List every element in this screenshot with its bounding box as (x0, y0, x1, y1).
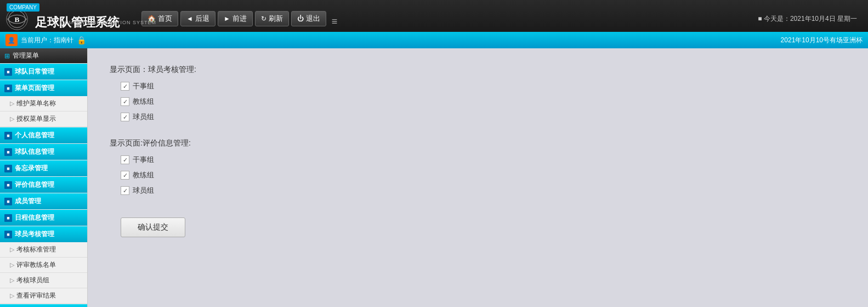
group-icon-4: ■ (4, 148, 12, 156)
avatar: 👤 (5, 34, 18, 46)
section2-title: 显示页面:评价信息管理: (110, 138, 846, 148)
section2-item-3: ✓ 球员组 (121, 186, 846, 196)
group-icon-8: ■ (4, 214, 12, 222)
group-icon-9: ■ (4, 231, 12, 238)
group-icon-5: ■ (4, 165, 12, 172)
checkbox-group2-check2[interactable]: ✓ (121, 171, 129, 180)
group-icon-6: ■ (4, 181, 12, 189)
sidebar-header: ⊞ 管理菜单 (0, 48, 87, 63)
exit-icon: ⏻ (297, 15, 304, 23)
section1-item-2: ✓ 教练组 (121, 97, 846, 107)
lock-icon: 🔒 (77, 36, 86, 44)
sidebar-item-maintain-menu[interactable]: ▷ 维护菜单名称 (0, 96, 87, 111)
sidebar-item-evaluation[interactable]: ■ 评价信息管理 (0, 177, 87, 193)
back-icon: ◄ (186, 15, 193, 23)
checkbox-group1-check1[interactable]: ✓ (121, 82, 129, 91)
group-icon-3: ■ (4, 132, 12, 139)
logo-area: COMPANY B 足球队管理系统 COMPANY INFORMATION SY… (5, 1, 120, 31)
section1-item-1: ✓ 干事组 (121, 81, 846, 91)
sidebar-item-team-info[interactable]: ■ 球队信息管理 (0, 144, 87, 160)
menu-dots: ≡ (332, 16, 338, 27)
nav-buttons: 🏠 首页 ◄ 后退 ► 前进 ↻ 刷新 ⏻ 退出 ≡ (141, 10, 337, 27)
sidebar-item-player-assessment[interactable]: ■ 球员考核管理 (0, 226, 87, 242)
user-area: 👤 当前用户：指南针 🔒 (5, 34, 86, 46)
checkbox-group1-check2[interactable]: ✓ (121, 97, 129, 106)
group-icon-2: ■ (4, 85, 12, 92)
section2-item-1: ✓ 干事组 (121, 155, 846, 165)
sidebar-item-member[interactable]: ■ 成员管理 (0, 193, 87, 209)
refresh-icon: ↻ (261, 15, 266, 23)
section2: 显示页面:评价信息管理: ✓ 干事组 ✓ 教练组 ✓ 球员组 (110, 138, 846, 196)
group-icon-7: ■ (4, 198, 12, 205)
section1-item-3: ✓ 球员组 (121, 112, 846, 122)
sidebar-item-memo[interactable]: ■ 备忘录管理 (0, 160, 87, 176)
exit-button[interactable]: ⏻ 退出 (291, 11, 326, 26)
grid-icon: ⊞ (4, 52, 10, 60)
notice-text: 2021年10月10号有场亚洲杯 (781, 36, 863, 45)
refresh-button[interactable]: ↻ 刷新 (255, 11, 289, 26)
checkbox-group1-item3: ✓ 球员组 (121, 112, 154, 122)
sidebar-item-authorize-menu[interactable]: ▷ 授权菜单显示 (0, 111, 87, 127)
sidebar-item-assess-player-group[interactable]: ▷ 考核球员组 (0, 273, 87, 288)
sidebar-item-coach-list[interactable]: ▷ 评审教练名单 (0, 258, 87, 273)
section1: 显示页面：球员考核管理: ✓ 干事组 ✓ 教练组 ✓ 球员组 (110, 65, 846, 122)
sidebar-item-personal-info[interactable]: ■ 个人信息管理 (0, 127, 87, 143)
back-button[interactable]: ◄ 后退 (180, 11, 215, 26)
sidebar-item-permissions[interactable]: ■ 权限信息管理 (0, 304, 87, 307)
forward-button[interactable]: ► 前进 (218, 11, 253, 26)
company-sub: COMPANY INFORMATION SYSTEM (60, 20, 156, 25)
company-badge: COMPANY (7, 3, 39, 12)
checkbox-group1-item2: ✓ 教练组 (121, 97, 154, 107)
sidebar-item-assessment-standard[interactable]: ▷ 考核标准管理 (0, 242, 87, 258)
sidebar-item-view-results[interactable]: ▷ 查看评审结果 (0, 288, 87, 304)
top-right-date: ■ 今天是：2021年10月4日 星期一 (758, 14, 863, 24)
checkbox-group1-check3[interactable]: ✓ (121, 113, 129, 121)
forward-icon: ► (224, 15, 230, 23)
current-user-label: 当前用户：指南针 (21, 36, 73, 45)
section1-title: 显示页面：球员考核管理: (110, 65, 846, 75)
main-layout: ⊞ 管理菜单 ■ 球队日常管理 ■ 菜单页面管理 ▷ 维护菜单名称 ▷ 授权菜单… (0, 48, 868, 307)
sidebar-item-daily-management[interactable]: ■ 球队日常管理 (0, 64, 87, 80)
checkbox-group1-item1: ✓ 干事组 (121, 81, 154, 91)
sidebar: ⊞ 管理菜单 ■ 球队日常管理 ■ 菜单页面管理 ▷ 维护菜单名称 ▷ 授权菜单… (0, 48, 88, 307)
top-bar: COMPANY B 足球队管理系统 COMPANY INFORMATION SY… (0, 0, 868, 32)
sidebar-item-menu-management[interactable]: ■ 菜单页面管理 (0, 80, 87, 96)
group-icon-1: ■ (4, 68, 12, 76)
svg-text:B: B (15, 15, 20, 24)
checkbox-group2-check3[interactable]: ✓ (121, 186, 129, 195)
checkbox-group2-item2: ✓ 教练组 (121, 170, 154, 180)
sidebar-item-schedule[interactable]: ■ 日程信息管理 (0, 210, 87, 226)
content-area: 显示页面：球员考核管理: ✓ 干事组 ✓ 教练组 ✓ 球员组 (88, 48, 868, 307)
section2-item-2: ✓ 教练组 (121, 170, 846, 180)
checkbox-group2-check1[interactable]: ✓ (121, 155, 129, 164)
sub-header: 👤 当前用户：指南针 🔒 2021年10月10号有场亚洲杯 (0, 32, 868, 48)
checkbox-group2-item3: ✓ 球员组 (121, 186, 154, 196)
checkbox-group2-item1: ✓ 干事组 (121, 155, 154, 165)
submit-button[interactable]: 确认提交 (121, 217, 185, 237)
